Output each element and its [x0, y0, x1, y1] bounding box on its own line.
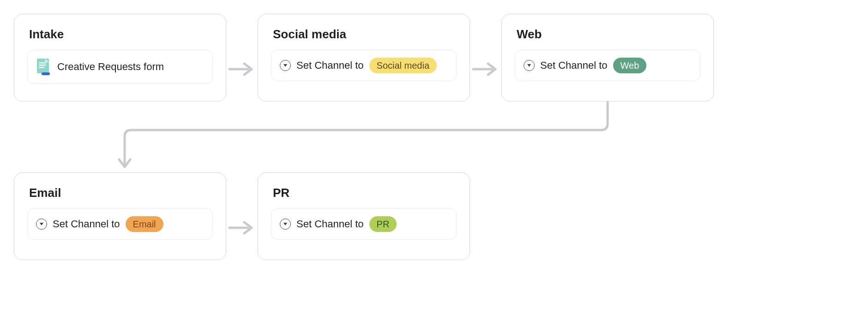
caret-down-icon[interactable]	[36, 219, 47, 230]
connector-line	[115, 101, 614, 175]
card-title: Social media	[273, 27, 455, 42]
svg-rect-3	[39, 65, 46, 66]
card-body[interactable]: Set Channel to PR	[271, 208, 457, 240]
svg-marker-9	[527, 64, 531, 67]
svg-marker-10	[40, 223, 43, 225]
action-text: Set Channel to	[540, 59, 608, 71]
svg-marker-12	[283, 223, 287, 225]
arrow-icon	[471, 60, 499, 78]
card-body[interactable]: Set Channel to Social media	[271, 50, 457, 81]
svg-rect-5	[42, 72, 50, 75]
card-email[interactable]: Email Set Channel to Email	[14, 172, 226, 260]
caret-down-icon[interactable]	[524, 60, 535, 71]
channel-tag[interactable]: Social media	[369, 58, 437, 73]
caret-down-icon[interactable]	[280, 60, 291, 71]
card-title: Web	[517, 27, 699, 42]
card-title: PR	[273, 186, 455, 200]
caret-down-icon[interactable]	[280, 219, 291, 230]
card-pr[interactable]: PR Set Channel to PR	[258, 172, 470, 260]
card-title: Intake	[29, 27, 211, 42]
action-text: Set Channel to	[296, 59, 364, 71]
channel-tag[interactable]: PR	[369, 216, 397, 232]
card-web[interactable]: Web Set Channel to Web	[501, 14, 714, 101]
arrow-icon	[228, 219, 255, 237]
svg-marker-7	[283, 64, 287, 67]
workflow-canvas: Intake Creative Requests form Social med…	[14, 14, 854, 318]
card-body[interactable]: Set Channel to Email	[27, 208, 213, 240]
form-icon	[36, 58, 52, 76]
action-text: Set Channel to	[53, 218, 120, 230]
card-social-media[interactable]: Social media Set Channel to Social media	[258, 14, 470, 101]
card-intake[interactable]: Intake Creative Requests form	[14, 14, 226, 101]
channel-tag[interactable]: Email	[126, 216, 163, 232]
action-text: Set Channel to	[296, 218, 364, 230]
channel-tag[interactable]: Web	[613, 58, 647, 73]
card-body[interactable]: Creative Requests form	[27, 50, 213, 84]
svg-rect-4	[39, 67, 44, 68]
card-body[interactable]: Set Channel to Web	[515, 50, 700, 81]
form-label: Creative Requests form	[57, 61, 164, 73]
svg-rect-2	[39, 62, 46, 64]
arrow-icon	[228, 60, 255, 78]
card-title: Email	[29, 186, 211, 200]
